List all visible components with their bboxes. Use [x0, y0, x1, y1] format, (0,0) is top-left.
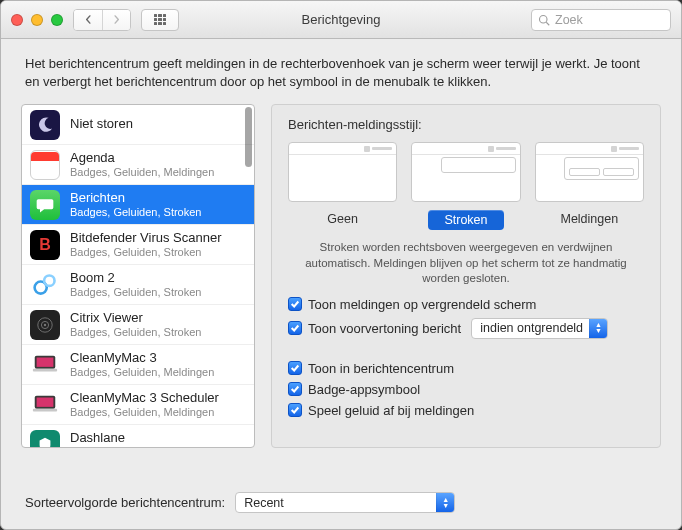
style-label-none: Geen: [315, 210, 370, 228]
check-icon: [290, 323, 300, 333]
check-lockscreen-label: Toon meldingen op vergrendeld scherm: [308, 297, 536, 312]
nav-back-forward: [73, 9, 131, 31]
item-title: Agenda: [70, 151, 214, 166]
bottom-row: Sorteervolgorde berichtencentrum: Recent…: [1, 478, 681, 529]
messages-icon: [30, 190, 60, 220]
search-input[interactable]: Zoek: [531, 9, 671, 31]
item-sub: Badges, Geluiden, Meldingen: [70, 406, 219, 419]
item-title: Berichten: [70, 191, 201, 206]
check-sound-label: Speel geluid af bij meldingen: [308, 403, 474, 418]
check-center-label: Toon in berichtencentrum: [308, 361, 454, 376]
moon-icon: [30, 110, 60, 140]
dashlane-icon: [30, 430, 60, 447]
item-sub: Badges, Geluiden, Stroken: [70, 206, 201, 219]
list-item-niet-storen[interactable]: Niet storen: [22, 105, 254, 145]
item-title: CleanMyMac 3: [70, 351, 214, 366]
item-sub: Badges, Geluiden, Stroken: [70, 446, 201, 447]
check-lockscreen[interactable]: [288, 297, 302, 311]
minimize-window-button[interactable]: [31, 14, 43, 26]
boom-icon: [30, 270, 60, 300]
list-item-boom[interactable]: Boom 2 Badges, Geluiden, Stroken: [22, 265, 254, 305]
list-item-cleanmymac[interactable]: CleanMyMac 3 Badges, Geluiden, Meldingen: [22, 345, 254, 385]
svg-point-0: [540, 15, 548, 23]
list-item-citrix[interactable]: Citrix Viewer Badges, Geluiden, Stroken: [22, 305, 254, 345]
check-icon: [290, 384, 300, 394]
grid-icon: [154, 14, 166, 26]
preview-select[interactable]: indien ontgrendeld ▲▼: [471, 318, 608, 339]
svg-rect-12: [33, 408, 57, 411]
item-sub: Badges, Geluiden, Meldingen: [70, 166, 214, 179]
check-center[interactable]: [288, 361, 302, 375]
style-thumb-none: [288, 142, 397, 202]
svg-rect-8: [37, 357, 54, 366]
traffic-lights: [11, 14, 63, 26]
chevron-right-icon: [112, 15, 121, 24]
item-title: Dashlane: [70, 431, 201, 446]
main-content: Niet storen 17 Agenda Badges, Geluiden, …: [1, 104, 681, 478]
preferences-window: Berichtgeving Zoek Het berichtencentrum …: [0, 0, 682, 530]
check-badge-label: Badge-appsymbool: [308, 382, 420, 397]
style-thumb-banner: [411, 142, 520, 202]
svg-point-3: [44, 275, 54, 285]
item-title: Citrix Viewer: [70, 311, 201, 326]
description-text: Het berichtencentrum geeft meldingen in …: [1, 39, 681, 104]
check-preview[interactable]: [288, 321, 302, 335]
forward-button[interactable]: [102, 10, 130, 30]
show-all-button[interactable]: [141, 9, 179, 31]
list-item-dashlane[interactable]: Dashlane Badges, Geluiden, Stroken: [22, 425, 254, 447]
svg-point-6: [44, 323, 46, 325]
check-badge[interactable]: [288, 382, 302, 396]
check-preview-row: Toon voorvertoning bericht indien ontgre…: [288, 318, 644, 339]
window-title: Berichtgeving: [302, 12, 381, 27]
svg-rect-11: [37, 397, 54, 406]
sort-select[interactable]: Recent ▲▼: [235, 492, 455, 513]
search-placeholder: Zoek: [555, 13, 583, 27]
check-icon: [290, 299, 300, 309]
list-item-berichten[interactable]: Berichten Badges, Geluiden, Stroken: [22, 185, 254, 225]
zoom-window-button[interactable]: [51, 14, 63, 26]
cleanmymac-icon: [30, 390, 60, 420]
check-sound-row: Speel geluid af bij meldingen: [288, 403, 644, 418]
alert-style-row: Geen Stroken Meldingen: [288, 142, 644, 230]
item-sub: Badges, Geluiden, Stroken: [70, 326, 201, 339]
app-list: Niet storen 17 Agenda Badges, Geluiden, …: [21, 104, 255, 448]
item-title: Boom 2: [70, 271, 201, 286]
svg-rect-9: [33, 368, 57, 371]
item-title: Niet storen: [70, 117, 133, 132]
stepper-arrows-icon: ▲▼: [436, 493, 454, 512]
check-badge-row: Badge-appsymbool: [288, 382, 644, 397]
style-option-alert[interactable]: Meldingen: [535, 142, 644, 230]
style-label-alert: Meldingen: [548, 210, 630, 228]
panel-heading: Berichten-meldingsstijl:: [288, 117, 644, 132]
chevron-left-icon: [84, 15, 93, 24]
list-item-agenda[interactable]: 17 Agenda Badges, Geluiden, Meldingen: [22, 145, 254, 185]
back-button[interactable]: [74, 10, 102, 30]
settings-panel: Berichten-meldingsstijl: Geen Stroken: [271, 104, 661, 448]
sort-select-value: Recent: [244, 496, 430, 510]
check-center-row: Toon in berichtencentrum: [288, 361, 644, 376]
style-option-banner[interactable]: Stroken: [411, 142, 520, 230]
app-list-scroll[interactable]: Niet storen 17 Agenda Badges, Geluiden, …: [22, 105, 254, 447]
citrix-icon: [30, 310, 60, 340]
stepper-arrows-icon: ▲▼: [589, 319, 607, 338]
check-sound[interactable]: [288, 403, 302, 417]
list-item-bitdefender[interactable]: B Bitdefender Virus Scanner Badges, Gelu…: [22, 225, 254, 265]
item-sub: Badges, Geluiden, Stroken: [70, 246, 222, 259]
close-window-button[interactable]: [11, 14, 23, 26]
calendar-icon: 17: [30, 150, 60, 180]
check-icon: [290, 363, 300, 373]
titlebar: Berichtgeving Zoek: [1, 1, 681, 39]
sort-label: Sorteervolgorde berichtencentrum:: [25, 495, 225, 510]
check-lockscreen-row: Toon meldingen op vergrendeld scherm: [288, 297, 644, 312]
list-item-cleanmymac-scheduler[interactable]: CleanMyMac 3 Scheduler Badges, Geluiden,…: [22, 385, 254, 425]
scrollbar-thumb[interactable]: [245, 107, 252, 167]
check-preview-label: Toon voorvertoning bericht: [308, 321, 461, 336]
style-help-text: Stroken worden rechtsboven weergegeven e…: [288, 240, 644, 287]
item-title: CleanMyMac 3 Scheduler: [70, 391, 219, 406]
bitdefender-icon: B: [30, 230, 60, 260]
style-option-none[interactable]: Geen: [288, 142, 397, 230]
preview-select-value: indien ontgrendeld: [480, 321, 583, 335]
style-label-banner: Stroken: [428, 210, 503, 230]
item-sub: Badges, Geluiden, Stroken: [70, 286, 201, 299]
search-icon: [538, 14, 550, 26]
